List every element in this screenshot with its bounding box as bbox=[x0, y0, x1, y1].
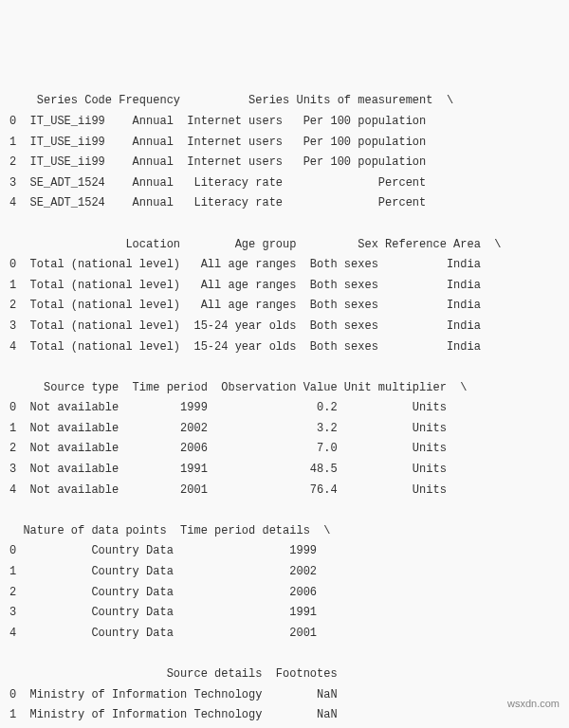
section1-row-1: 1 IT_USE_ii99 Annual Internet users Per … bbox=[9, 136, 426, 149]
section5-row-0: 0 Ministry of Information Technology NaN bbox=[9, 688, 338, 701]
section3-row-4: 4 Not available 2001 76.4 Units bbox=[9, 483, 447, 497]
section3-header: Source type Time period Observation Valu… bbox=[9, 381, 467, 394]
watermark-label: wsxdn.com bbox=[507, 695, 560, 714]
section2-row-4: 4 Total (national level) 15-24 year olds… bbox=[9, 340, 481, 354]
section1-row-2: 2 IT_USE_ii99 Annual Internet users Per … bbox=[9, 155, 426, 169]
section4-row-4: 4 Country Data 2001 bbox=[9, 627, 317, 640]
section4-row-0: 0 Country Data 1999 bbox=[9, 544, 317, 557]
section2-row-0: 0 Total (national level) All age ranges … bbox=[9, 258, 481, 271]
section1-row-3: 3 SE_ADT_1524 Annual Literacy rate Perce… bbox=[9, 176, 426, 190]
section4-header: Nature of data points Time period detail… bbox=[9, 524, 330, 537]
section4-row-3: 3 Country Data 1991 bbox=[9, 606, 317, 619]
section3-row-2: 2 Not available 2006 7.0 Units bbox=[9, 442, 447, 455]
section3-row-0: 0 Not available 1999 0.2 Units bbox=[9, 401, 447, 414]
section1-row-4: 4 SE_ADT_1524 Annual Literacy rate Perce… bbox=[9, 196, 426, 209]
section5-header: Source details Footnotes bbox=[9, 667, 338, 681]
section2-row-2: 2 Total (national level) All age ranges … bbox=[9, 299, 481, 312]
section2-row-3: 3 Total (national level) 15-24 year olds… bbox=[9, 319, 481, 333]
section2-row-1: 1 Total (national level) All age ranges … bbox=[9, 279, 481, 292]
section1-row-0: 0 IT_USE_ii99 Annual Internet users Per … bbox=[9, 115, 426, 128]
dataframe-output: Series Code Frequency Series Units of me… bbox=[9, 91, 560, 728]
section1-header: Series Code Frequency Series Units of me… bbox=[9, 94, 453, 107]
section5-row-1: 1 Ministry of Information Technology NaN bbox=[9, 708, 338, 721]
section3-row-1: 1 Not available 2002 3.2 Units bbox=[9, 422, 447, 435]
section4-row-1: 1 Country Data 2002 bbox=[9, 565, 317, 578]
section2-header: Location Age group Sex Reference Area \ bbox=[9, 238, 501, 251]
section3-row-3: 3 Not available 1991 48.5 Units bbox=[9, 463, 447, 476]
section4-row-2: 2 Country Data 2006 bbox=[9, 586, 317, 599]
